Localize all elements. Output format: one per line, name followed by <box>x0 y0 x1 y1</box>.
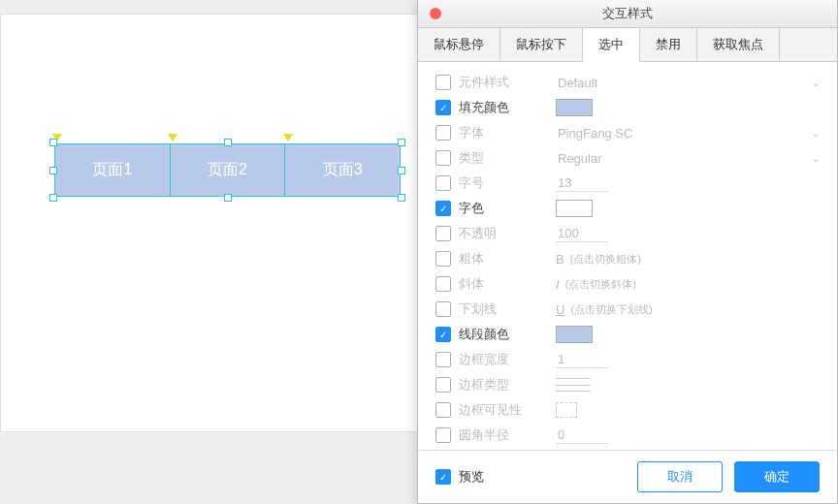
line-color-swatch[interactable] <box>556 326 593 343</box>
canvas-tab-label: 页面1 <box>92 160 132 180</box>
checkbox-fill-color[interactable] <box>435 100 451 115</box>
row-font-size: 字号 13 <box>435 171 820 196</box>
canvas-tab-label: 页面3 <box>323 160 363 180</box>
resize-handle[interactable] <box>398 167 405 174</box>
tab-selected[interactable]: 选中 <box>583 28 640 62</box>
tab-mouseover[interactable]: 鼠标悬停 <box>418 28 500 61</box>
label: 不透明 <box>459 226 556 242</box>
value-widget-style[interactable]: Default <box>556 75 608 91</box>
interaction-style-dialog: 交互样式 鼠标悬停 鼠标按下 选中 禁用 获取焦点 元件样式 Default⌄ … <box>417 0 838 504</box>
fill-color-swatch[interactable] <box>556 99 593 116</box>
value-border-width[interactable]: 1 <box>556 351 608 368</box>
label: 填充颜色 <box>459 100 556 116</box>
border-visibility-icon[interactable] <box>556 402 577 418</box>
label: 边框类型 <box>459 377 556 394</box>
border-type-icon[interactable] <box>556 378 591 392</box>
state-tabs: 鼠标悬停 鼠标按下 选中 禁用 获取焦点 <box>418 28 837 62</box>
value-type[interactable]: Regular <box>556 150 608 167</box>
chevron-down-icon[interactable]: ⌄ <box>812 78 820 88</box>
checkbox-type[interactable] <box>435 150 451 166</box>
canvas-tab-3[interactable]: 页面3 <box>285 144 400 196</box>
row-italic: 斜体 I(点击切换斜体) <box>435 271 820 297</box>
resize-handle[interactable] <box>398 194 405 202</box>
checkbox-underline[interactable] <box>435 301 451 317</box>
value-corner-radius[interactable]: 0 <box>556 426 608 444</box>
text-color-swatch[interactable] <box>556 200 593 217</box>
resize-handle[interactable] <box>224 139 232 146</box>
label: 类型 <box>459 150 556 167</box>
row-widget-style: 元件样式 Default⌄ <box>435 70 820 95</box>
selection-group[interactable]: 页面1 页面2 页面3 <box>54 143 401 197</box>
checkbox-widget-style[interactable] <box>435 75 451 90</box>
italic-icon[interactable]: I <box>556 277 560 292</box>
resize-handle[interactable] <box>49 167 57 174</box>
label: 元件样式 <box>459 75 556 91</box>
row-line-color: 线段颜色 <box>435 322 820 347</box>
checkbox-border-visibility[interactable] <box>435 402 451 418</box>
resize-handle[interactable] <box>49 139 57 146</box>
checkbox-font-size[interactable] <box>435 175 451 191</box>
hint: (点击切换斜体) <box>565 277 636 292</box>
row-fill-color: 填充颜色 <box>435 95 820 120</box>
row-border-visibility: 边框可见性 <box>435 397 820 423</box>
row-border-type: 边框类型 <box>435 372 820 397</box>
row-underline: 下划线 U(点击切换下划线) <box>435 297 820 322</box>
checkbox-opacity[interactable] <box>435 226 451 241</box>
row-font: 字体 PingFang SC⌄ <box>435 120 820 145</box>
tab-disabled[interactable]: 禁用 <box>640 28 697 61</box>
row-border-width: 边框宽度 1 <box>435 347 820 372</box>
checkbox-text-color[interactable] <box>435 201 451 216</box>
label: 边框可见性 <box>459 402 556 419</box>
checkbox-preview[interactable] <box>435 469 451 485</box>
label: 下划线 <box>459 301 556 318</box>
hint: (点击切换下划线) <box>570 302 652 317</box>
canvas-tab-1[interactable]: 页面1 <box>55 144 171 196</box>
row-corner-radius: 圆角半径 0 <box>435 423 820 448</box>
dialog-footer: 预览 取消 确定 <box>418 450 837 503</box>
cancel-button[interactable]: 取消 <box>637 461 723 492</box>
preview-label: 预览 <box>459 468 484 486</box>
dialog-title: 交互样式 <box>418 5 837 22</box>
resize-handle[interactable] <box>49 194 57 202</box>
tab-focus[interactable]: 获取焦点 <box>697 28 780 61</box>
canvas-tab-2[interactable]: 页面2 <box>171 144 286 196</box>
checkbox-corner-radius[interactable] <box>435 427 451 443</box>
resize-handle[interactable] <box>224 194 232 202</box>
anchor-marker <box>168 134 177 142</box>
dialog-titlebar[interactable]: 交互样式 <box>418 0 837 28</box>
property-list[interactable]: 元件样式 Default⌄ 填充颜色 字体 PingFang SC⌄ 类型 Re… <box>418 62 837 450</box>
underline-icon[interactable]: U <box>556 302 564 317</box>
value-opacity[interactable]: 100 <box>556 225 608 242</box>
checkbox-italic[interactable] <box>435 276 451 292</box>
close-icon[interactable] <box>430 8 441 19</box>
ok-button[interactable]: 确定 <box>734 461 820 492</box>
canvas-tab-label: 页面2 <box>208 160 247 180</box>
value-font-size[interactable]: 13 <box>556 174 608 192</box>
label: 圆角半径 <box>459 427 556 444</box>
label: 字色 <box>459 201 556 217</box>
resize-handle[interactable] <box>398 139 405 146</box>
label: 字号 <box>459 175 556 192</box>
label: 字体 <box>459 125 556 142</box>
checkbox-border-width[interactable] <box>435 352 451 367</box>
canvas[interactable]: 页面1 页面2 页面3 <box>0 14 419 432</box>
label: 粗体 <box>459 251 556 268</box>
checkbox-line-color[interactable] <box>435 327 451 342</box>
row-opacity: 不透明 100 <box>435 221 820 246</box>
checkbox-bold[interactable] <box>435 251 451 267</box>
row-text-color: 字色 <box>435 196 820 221</box>
row-type: 类型 Regular⌄ <box>435 145 820 171</box>
hint: (点击切换粗体) <box>570 252 641 267</box>
row-bold: 粗体 B(点击切换粗体) <box>435 246 820 271</box>
checkbox-border-type[interactable] <box>435 377 451 393</box>
chevron-down-icon[interactable]: ⌄ <box>812 128 820 139</box>
tab-mousedown[interactable]: 鼠标按下 <box>500 28 583 61</box>
bold-icon[interactable]: B <box>556 252 564 267</box>
value-font[interactable]: PingFang SC <box>556 125 634 142</box>
label: 斜体 <box>459 276 556 293</box>
anchor-marker <box>283 134 293 142</box>
chevron-down-icon[interactable]: ⌄ <box>812 153 820 164</box>
checkbox-font[interactable] <box>435 125 451 141</box>
label: 边框宽度 <box>459 352 556 368</box>
label: 线段颜色 <box>459 327 556 343</box>
